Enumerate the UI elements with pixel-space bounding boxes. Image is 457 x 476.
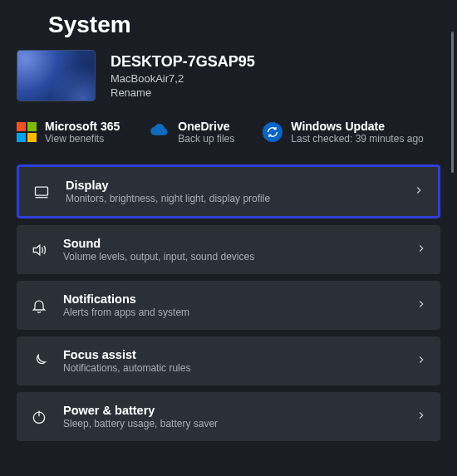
rename-link[interactable]: Rename	[111, 86, 255, 99]
settings-item-notifications[interactable]: Notifications Alerts from apps and syste…	[17, 281, 440, 330]
device-section: DESKTOP-7GSAP95 MacBookAir7,2 Rename	[17, 50, 440, 101]
item-sub: Sleep, battery usage, battery saver	[63, 418, 400, 429]
quick-links-row: Microsoft 365 View benefits OneDrive Bac…	[17, 120, 440, 145]
device-wallpaper-thumb[interactable]	[17, 50, 96, 101]
settings-list: Display Monitors, brightness, night ligh…	[17, 164, 440, 441]
power-icon	[30, 409, 48, 425]
sound-icon	[30, 242, 48, 258]
ms365-title: Microsoft 365	[45, 120, 120, 133]
onedrive-link[interactable]: OneDrive Back up files	[148, 120, 234, 145]
item-title: Sound	[63, 237, 400, 250]
chevron-right-icon	[415, 298, 427, 313]
settings-item-display[interactable]: Display Monitors, brightness, night ligh…	[17, 164, 440, 218]
settings-item-power-battery[interactable]: Power & battery Sleep, battery usage, ba…	[17, 392, 440, 441]
item-title: Focus assist	[63, 348, 400, 361]
item-sub: Volume levels, output, input, sound devi…	[63, 251, 400, 263]
scrollbar[interactable]	[451, 32, 454, 173]
device-name: DESKTOP-7GSAP95	[111, 53, 255, 71]
bell-icon	[30, 297, 48, 314]
item-title: Display	[66, 179, 398, 192]
microsoft-logo-icon	[17, 122, 37, 142]
onedrive-title: OneDrive	[178, 120, 234, 133]
moon-icon	[30, 353, 48, 370]
item-title: Power & battery	[63, 404, 400, 417]
device-model: MacBookAir7,2	[111, 72, 255, 85]
update-title: Windows Update	[291, 120, 423, 133]
onedrive-cloud-icon	[148, 120, 170, 145]
item-sub: Alerts from apps and system	[63, 307, 400, 318]
settings-item-sound[interactable]: Sound Volume levels, output, input, soun…	[17, 225, 440, 274]
page-title: System	[0, 0, 457, 50]
ms365-sub: View benefits	[45, 133, 120, 145]
chevron-right-icon	[415, 354, 427, 369]
chevron-right-icon	[413, 184, 425, 199]
device-info: DESKTOP-7GSAP95 MacBookAir7,2 Rename	[111, 53, 255, 99]
windows-update-icon	[263, 122, 283, 142]
windows-update-link[interactable]: Windows Update Last checked: 39 minutes …	[263, 120, 423, 145]
update-sub: Last checked: 39 minutes ago	[291, 133, 423, 145]
chevron-right-icon	[415, 410, 427, 424]
settings-item-focus-assist[interactable]: Focus assist Notifications, automatic ru…	[17, 336, 440, 385]
microsoft-365-link[interactable]: Microsoft 365 View benefits	[17, 120, 120, 145]
item-sub: Monitors, brightness, night light, displ…	[66, 193, 398, 204]
item-sub: Notifications, automatic rules	[63, 362, 400, 374]
chevron-right-icon	[415, 243, 427, 258]
svg-rect-0	[36, 187, 48, 195]
onedrive-sub: Back up files	[178, 133, 234, 145]
item-title: Notifications	[63, 292, 400, 306]
display-icon	[32, 184, 51, 200]
